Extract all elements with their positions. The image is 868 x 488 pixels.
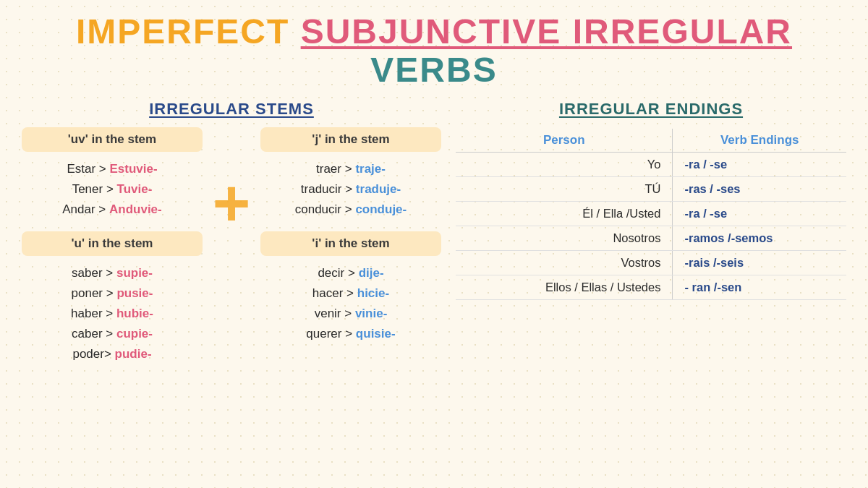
list-item: saber > supie- xyxy=(22,263,203,283)
verb-base: poner xyxy=(72,286,103,300)
stems-col2: 'j' in the stem traer > traje- traducir … xyxy=(260,127,441,356)
table-row: Vostros-rais /-seis xyxy=(456,250,846,275)
person-header: Person xyxy=(456,129,673,153)
person-cell: Vostros xyxy=(456,250,673,275)
u-verb-list: saber > supie- poner > pusie- haber > hu… xyxy=(22,263,203,364)
person-cell: Nosotros xyxy=(456,226,673,250)
verb-stem: cupie- xyxy=(116,327,153,341)
content-area: IRREGULAR STEMS 'uv' in the stem Estar >… xyxy=(22,100,846,376)
list-item: haber > hubie- xyxy=(22,304,203,324)
verb-base: hacer xyxy=(312,286,344,300)
arrow: > xyxy=(341,162,355,176)
uv-verb-list: Estar > Estuvie- Tener > Tuvie- Andar > … xyxy=(22,159,203,220)
endings-table: Person Verb Endings Yo-ra / -seTÚ-ras / … xyxy=(456,129,846,300)
arrow: > xyxy=(341,307,355,320)
list-item: traer > traje- xyxy=(260,159,441,179)
verb-base: haber xyxy=(71,307,102,320)
irregular-stems-heading: IRREGULAR STEMS xyxy=(22,100,441,119)
list-item: traducir > traduje- xyxy=(260,179,441,200)
stems-col1: 'uv' in the stem Estar > Estuvie- Tener … xyxy=(22,127,203,376)
verb-stem: traje- xyxy=(355,162,386,176)
verb-base: Tener xyxy=(72,182,103,196)
list-item: venir > vinie- xyxy=(260,304,441,324)
arrow: > xyxy=(103,286,116,300)
list-item: Tener > Tuvie- xyxy=(22,179,203,200)
verb-stem: hicie- xyxy=(357,286,389,300)
title-verbs: VERBS xyxy=(370,51,497,89)
list-item: hacer > hicie- xyxy=(260,283,441,304)
i-verb-list: decir > dije- hacer > hicie- venir > vin… xyxy=(260,263,441,344)
arrow: > xyxy=(103,266,116,280)
i-tag: 'i' in the stem xyxy=(260,231,441,256)
person-cell: TÚ xyxy=(456,176,673,201)
plus-sign: + xyxy=(213,171,251,236)
verb-stem: traduje- xyxy=(356,182,401,196)
page: IMPERFECT SUBJUNCTIVE IRREGULAR VERBS IR… xyxy=(0,0,868,488)
arrow: > xyxy=(103,182,116,196)
ending-cell: -ramos /-semos xyxy=(673,226,846,250)
right-section: IRREGULAR ENDINGS Person Verb Endings Yo… xyxy=(456,100,846,376)
verb-stem: vinie- xyxy=(355,307,387,320)
verb-base: Estar xyxy=(67,162,95,176)
verb-base: conducir xyxy=(295,202,341,216)
table-row: Nosotros-ramos /-semos xyxy=(456,226,846,250)
person-cell: Yo xyxy=(456,152,673,176)
plus-center: + xyxy=(203,127,260,236)
title-imperfect: IMPERFECT xyxy=(76,12,301,51)
u-tag: 'u' in the stem xyxy=(22,231,203,256)
list-item: caber > cupie- xyxy=(22,324,203,344)
list-item: poner > pusie- xyxy=(22,283,203,304)
arrow: > xyxy=(343,286,357,300)
table-row: Yo-ra / -se xyxy=(456,152,846,176)
verb-stem: quisie- xyxy=(356,327,396,341)
ending-cell: -ra / -se xyxy=(673,201,846,226)
table-row: TÚ-ras / -ses xyxy=(456,176,846,201)
endings-header: Verb Endings xyxy=(673,129,846,153)
list-item: querer > quisie- xyxy=(260,324,441,344)
title-subjunctive: SUBJUNCTIVE IRREGULAR xyxy=(301,12,792,51)
list-item: conducir > conduje- xyxy=(260,200,441,220)
verb-stem: conduje- xyxy=(355,202,407,216)
verb-stem: pusie- xyxy=(116,286,153,300)
verb-base: querer xyxy=(306,327,341,341)
verb-base: venir xyxy=(315,307,341,320)
ending-cell: -ra / -se xyxy=(673,152,846,176)
arrow: > xyxy=(341,327,355,341)
verb-stem: Anduvie- xyxy=(109,202,162,216)
list-item: Estar > Estuvie- xyxy=(22,159,203,179)
irregular-endings-heading: IRREGULAR ENDINGS xyxy=(456,100,846,119)
verb-base: poder> xyxy=(72,347,111,361)
j-verb-list: traer > traje- traducir > traduje- condu… xyxy=(260,159,441,220)
main-title: IMPERFECT SUBJUNCTIVE IRREGULAR VERBS xyxy=(22,13,846,90)
list-item: poder> pudie- xyxy=(22,344,203,364)
verb-stem: supie- xyxy=(116,266,153,280)
verb-stem: dije- xyxy=(359,266,384,280)
arrow: > xyxy=(103,307,116,320)
arrow: > xyxy=(103,327,116,341)
table-row: Él / Ella /Usted-ra / -se xyxy=(456,201,846,226)
verb-base: saber xyxy=(72,266,103,280)
table-header-row: Person Verb Endings xyxy=(456,129,846,153)
stems-row: 'uv' in the stem Estar > Estuvie- Tener … xyxy=(22,127,441,376)
left-section: IRREGULAR STEMS 'uv' in the stem Estar >… xyxy=(22,100,441,376)
verb-stem: Estuvie- xyxy=(109,162,157,176)
arrow: > xyxy=(344,266,358,280)
verb-stem: pudie- xyxy=(111,347,152,361)
verb-base: traducir xyxy=(301,182,342,196)
list-item: Andar > Anduvie- xyxy=(22,200,203,220)
ending-cell: -rais /-seis xyxy=(673,250,846,275)
verb-base: caber xyxy=(72,327,103,341)
arrow: > xyxy=(95,162,109,176)
uv-tag: 'uv' in the stem xyxy=(22,127,203,152)
verb-base: traer xyxy=(316,162,341,176)
verb-base: Andar xyxy=(62,202,95,216)
verb-base: decir xyxy=(318,266,344,280)
arrow: > xyxy=(341,202,355,216)
arrow: > xyxy=(95,202,109,216)
person-cell: Él / Ella /Usted xyxy=(456,201,673,226)
ending-cell: - ran /-sen xyxy=(673,275,846,299)
j-tag: 'j' in the stem xyxy=(260,127,441,152)
person-cell: Ellos / Ellas / Ustedes xyxy=(456,275,673,299)
verb-stem: Tuvie- xyxy=(117,182,153,196)
table-row: Ellos / Ellas / Ustedes- ran /-sen xyxy=(456,275,846,299)
